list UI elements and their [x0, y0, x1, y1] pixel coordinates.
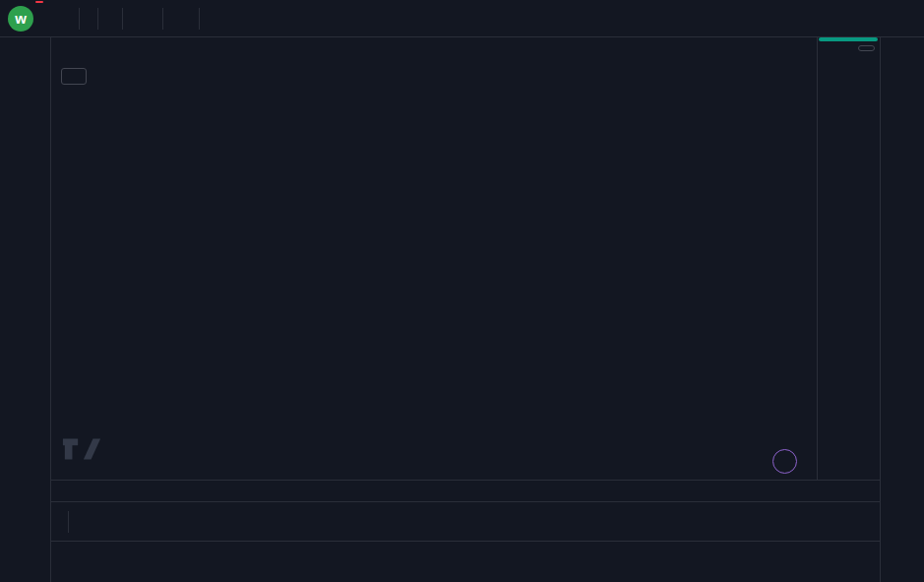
legend-collapse-button[interactable] — [61, 68, 87, 85]
price-axis[interactable] — [817, 37, 880, 480]
currency-selector[interactable] — [858, 45, 875, 51]
chart-settings-button[interactable] — [858, 482, 862, 485]
top-toolbar: w — [0, 0, 924, 37]
app-logo-icon: w — [8, 6, 33, 32]
notification-count-badge — [35, 1, 43, 3]
chart-layout-menu[interactable] — [894, 15, 916, 23]
indicators-button[interactable] — [130, 15, 140, 23]
range-toolbar — [51, 501, 880, 541]
toolbar-divider — [199, 8, 200, 30]
toolbar-divider — [122, 8, 123, 30]
create-alert-button[interactable] — [170, 15, 180, 23]
redo-button[interactable] — [218, 15, 228, 23]
candlestick-chart — [51, 37, 817, 480]
panel-open-button[interactable] — [834, 558, 844, 566]
bar-replay-button[interactable] — [182, 15, 192, 23]
chart-style-button[interactable] — [105, 15, 115, 23]
chart-canvas[interactable] — [51, 37, 817, 480]
tradingview-app: w — [0, 0, 924, 582]
toolbar-divider — [79, 8, 80, 30]
chart-legend — [61, 47, 87, 85]
chart-area — [51, 37, 880, 501]
goto-date-button[interactable] — [74, 518, 84, 526]
last-price-label — [819, 37, 878, 41]
tradingview-watermark — [61, 436, 102, 465]
user-menu-button[interactable]: w — [8, 5, 37, 32]
time-axis[interactable] — [51, 480, 880, 501]
quick-trade-button[interactable] — [772, 449, 797, 474]
compare-add-button[interactable] — [62, 15, 72, 23]
undo-button[interactable] — [207, 15, 216, 23]
symbol-search-button[interactable] — [43, 15, 60, 23]
toolbar-divider — [162, 8, 163, 30]
drawing-toolbar — [0, 37, 51, 582]
indicators-templates-caret[interactable] — [142, 17, 144, 21]
bottom-panel-bar — [51, 541, 880, 582]
panel-maximize-button[interactable] — [854, 558, 864, 566]
right-toolbar — [880, 37, 924, 582]
toolbar-divider — [97, 8, 98, 30]
layout-templates-button[interactable] — [146, 15, 155, 23]
intervals-dropdown-button[interactable] — [89, 17, 91, 21]
clock-timezone-button[interactable] — [856, 518, 868, 526]
toolbar-divider — [68, 511, 69, 533]
